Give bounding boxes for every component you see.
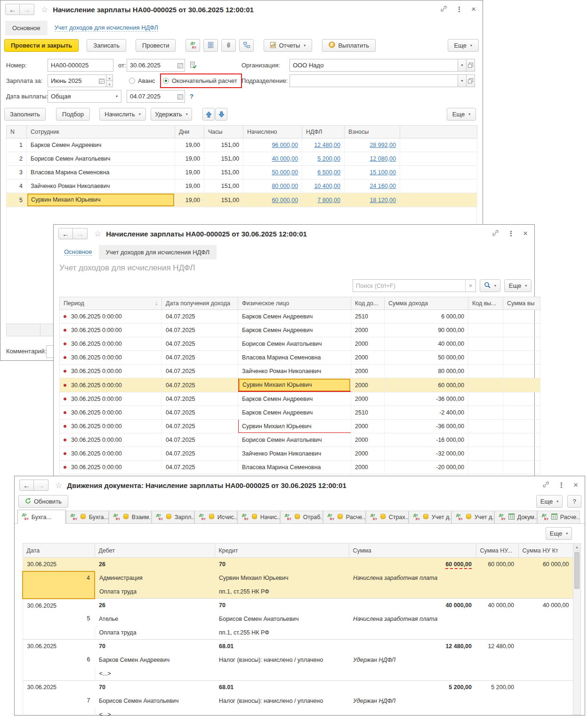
register-tab[interactable]: ДтКт Отраб... (280, 511, 323, 523)
posting-date-cell[interactable]: 30.06.2025 (23, 681, 95, 694)
days-cell[interactable]: 19,00 (175, 152, 204, 166)
posting-number-cell[interactable]: 5 (23, 612, 95, 640)
contrib-link[interactable]: 28 992,00 (370, 142, 396, 148)
col-n[interactable]: N (7, 126, 27, 138)
period-cell[interactable]: 30.06.2025 0:00:00 (60, 447, 162, 461)
income-date-cell[interactable]: 04.07.2025 (162, 337, 238, 351)
advance-radio[interactable]: Аванс (129, 74, 155, 87)
department-open-button[interactable] (467, 74, 475, 87)
deduction-code-cell[interactable] (468, 337, 503, 351)
income-record-row[interactable]: 30.06.2025 0:00:00 04.07.2025 Сурвин Мих… (60, 378, 540, 392)
employee-row[interactable]: 4 Зайченко Роман Николаевич 19,00 151,00… (7, 179, 477, 193)
contrib-cell[interactable]: 18 120,00 (345, 193, 400, 207)
posting-subconto-row[interactable]: Оплата труда пп.1, ст.255 НК РФ (23, 585, 573, 599)
doc-date-input[interactable] (127, 62, 176, 69)
w2-back-button[interactable]: ← (58, 228, 73, 239)
contrib-cell[interactable]: 15 100,00 (345, 166, 400, 179)
days-cell[interactable]: 19,00 (175, 138, 204, 152)
income-code-cell[interactable]: 2000 (351, 324, 385, 337)
deduction-code-cell[interactable] (468, 406, 503, 420)
posting-date-cell[interactable]: 30.06.2025 (23, 599, 95, 612)
hours-cell[interactable]: 151,00 (204, 152, 243, 166)
col-accrued[interactable]: Начислено (243, 126, 302, 138)
income-sum-cell[interactable]: -20 000,00 (385, 461, 468, 474)
organization-dropdown-button[interactable]: ▾ (458, 59, 467, 72)
accrued-cell[interactable]: 50 000,00 (243, 166, 302, 179)
deduction-sum-cell[interactable] (503, 378, 540, 392)
register-tab[interactable]: ДтКт Начис... (237, 511, 280, 523)
department-dropdown-button[interactable]: ▾ (458, 74, 467, 87)
employee-cell[interactable]: Власова Марина Семеновна (27, 166, 175, 179)
debit-subconto2-cell[interactable]: Оплата труда (95, 626, 215, 640)
employee-row[interactable]: 2 Борисов Семен Анатольевич 19,00 151,00… (7, 152, 477, 166)
col-income-sum[interactable]: Сумма дохода (385, 297, 468, 310)
organization-open-button[interactable] (467, 59, 475, 72)
posting-subconto-row[interactable]: <...> (23, 667, 573, 681)
w2-tab-ndfl[interactable]: Учет доходов для исчисления НДФЛ (99, 245, 217, 260)
w1-tab-ndfl-link[interactable]: Учет доходов для исчисления НДФЛ (55, 24, 158, 32)
row-number-cell[interactable]: 3 (7, 166, 27, 179)
ndfl-cell[interactable]: 6 500,00 (302, 166, 345, 179)
w1-get-link-icon[interactable] (440, 5, 447, 14)
posting-number-cell[interactable]: 6 (23, 653, 95, 681)
posting-accounts-row[interactable]: 30.06.2025 70 68.01 5 200,00 5 200,00 (23, 681, 573, 694)
posting-entry[interactable]: 30.06.2025 70 68.01 5 200,00 5 200,00 7 … (23, 681, 573, 716)
sum-nu-kt-cell[interactable]: 60 000,00 (518, 558, 573, 571)
income-sum-cell[interactable]: 90 000,00 (385, 324, 468, 337)
register-tab[interactable]: ДтКт Взаим... (109, 511, 152, 523)
deduction-code-cell[interactable] (468, 420, 503, 433)
col-person[interactable]: Физическое лицо (238, 297, 351, 310)
debit-account-cell[interactable]: 70 (95, 640, 215, 653)
income-record-row[interactable]: 30.06.2025 0:00:00 04.07.2025 Зайченко Р… (60, 365, 540, 378)
w3-get-link-icon[interactable] (542, 481, 549, 490)
income-record-row[interactable]: 30.06.2025 0:00:00 04.07.2025 Борисов Се… (60, 337, 540, 351)
debit-account-cell[interactable]: 26 (95, 558, 215, 571)
person-cell[interactable]: Власова Марина Семеновна (238, 351, 351, 365)
income-date-cell[interactable]: 04.07.2025 (162, 392, 238, 406)
accrue-button[interactable]: Начислить▾ (99, 108, 146, 121)
w3-favorite-star-icon[interactable]: ☆ (55, 480, 62, 490)
debit-subconto2-cell[interactable]: <...> (95, 667, 215, 681)
income-date-cell[interactable]: 04.07.2025 (162, 406, 238, 420)
vertical-scrollbar[interactable]: ▲ (573, 543, 581, 715)
accrued-link[interactable]: 50 000,00 (272, 169, 298, 176)
posting-entry[interactable]: 30.06.2025 26 70 40 000,00 40 000,00 40 … (23, 599, 573, 640)
w2-more-button[interactable]: Еще▾ (504, 279, 532, 292)
person-cell[interactable]: Барков Семен Андреевич (238, 324, 351, 337)
accrued-cell[interactable]: 96 000,00 (243, 138, 302, 152)
deduction-sum-cell[interactable] (503, 461, 540, 474)
deduction-code-cell[interactable] (468, 351, 503, 365)
deduction-code-cell[interactable] (468, 378, 503, 392)
deduction-code-cell[interactable] (468, 365, 503, 378)
accrued-cell[interactable]: 60 000,00 (243, 193, 302, 207)
contrib-cell[interactable]: 12 080,00 (345, 152, 400, 166)
deduction-sum-cell[interactable] (503, 392, 540, 406)
col-deduction-sum[interactable]: Сумма вы (503, 297, 540, 310)
calendar-icon[interactable] (97, 78, 106, 84)
income-date-cell[interactable]: 04.07.2025 (162, 420, 238, 433)
posting-subconto-row[interactable]: Оплата труда пп.1, ст.255 НК РФ (23, 626, 573, 640)
paydate-kind-input[interactable] (48, 93, 113, 100)
post-and-close-button[interactable]: Провести и закрыть (4, 39, 79, 52)
register-tab[interactable]: ДтКт Учет д... (451, 511, 494, 523)
debit-subconto1-cell[interactable]: Ателье (95, 612, 215, 626)
register-tab[interactable]: ДтКт Исчис... (194, 511, 237, 523)
col-deduction-code[interactable]: Код вы... (468, 297, 503, 310)
income-record-row[interactable]: 30.06.2025 0:00:00 04.07.2025 Барков Сем… (60, 406, 540, 420)
credit-account-cell[interactable]: 68.01 (215, 681, 349, 694)
deduction-code-cell[interactable] (468, 461, 503, 474)
debit-account-cell[interactable]: 70 (95, 681, 215, 694)
list-button[interactable] (203, 39, 218, 52)
period-cell[interactable]: 30.06.2025 0:00:00 (60, 351, 162, 365)
debit-subconto2-cell[interactable]: <...> (95, 708, 215, 716)
number-input[interactable] (48, 62, 113, 69)
row-number-cell[interactable]: 2 (7, 152, 27, 166)
posting-content-cell[interactable]: Удержан НДФЛ (349, 653, 476, 667)
structure-button[interactable] (239, 39, 254, 52)
deduction-code-cell[interactable] (468, 392, 503, 406)
pay-button[interactable]: ₽ Выплатить (322, 39, 376, 52)
posting-subconto-row[interactable]: 7 Борисов Семен Анатольевич Налог (взнос… (23, 694, 573, 708)
sum-nu-dt-cell[interactable]: 5 200,00 (476, 681, 518, 694)
debit-subconto1-cell[interactable]: Администрация (95, 571, 215, 585)
income-record-row[interactable]: 30.06.2025 0:00:00 04.07.2025 Барков Сем… (60, 324, 540, 337)
